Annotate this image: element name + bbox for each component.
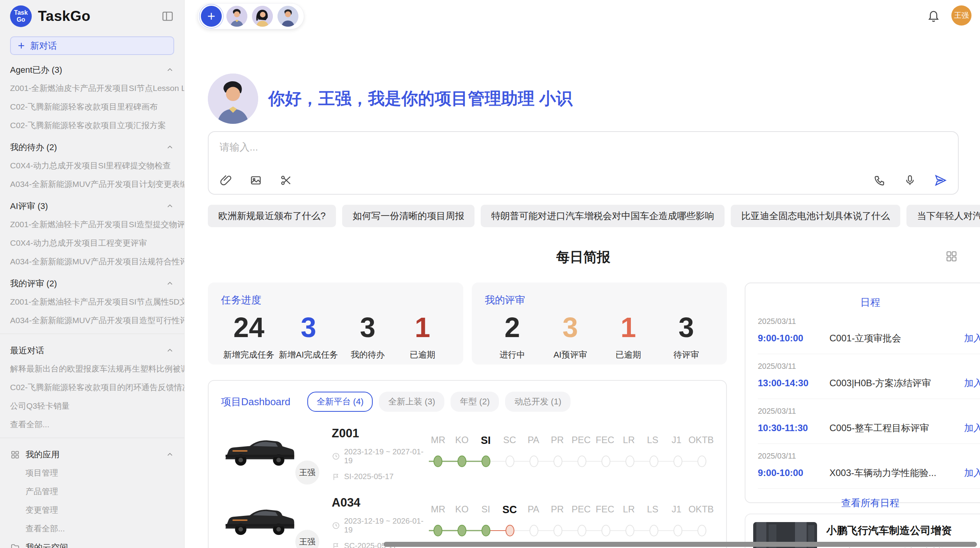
event-date: 2025/03/11 xyxy=(758,452,980,461)
project-row[interactable]: 王强 Z001 2023-12-19 ~ 2027-01-19 xyxy=(221,426,714,481)
join-link[interactable]: 加入 xyxy=(964,332,980,344)
join-link[interactable]: 加入 xyxy=(964,377,980,389)
milestone-node-done xyxy=(433,525,442,536)
section-my-review[interactable]: 我的评审 (2) xyxy=(0,271,184,293)
event-name: C001-立项审批会 xyxy=(829,332,964,344)
view-all-schedule-link[interactable]: 查看所有日程 xyxy=(758,489,980,514)
stat-label: 新增AI完成任务 xyxy=(279,349,338,361)
event-time: 9:00-10:00 xyxy=(758,333,829,344)
join-link[interactable]: 加入 xyxy=(964,467,980,479)
suggestion-chip[interactable]: 比亚迪全固态电池计划具体说了什么 xyxy=(731,205,900,227)
suggestion-chip[interactable]: 如何写一份清晰的项目周报 xyxy=(342,205,475,227)
suggestion-chip[interactable]: 当下年轻人对汽车外观有怎样的喜好趋势 xyxy=(906,205,980,227)
tab-powertrain[interactable]: 动总开发 (1) xyxy=(505,392,571,412)
notification-bell-icon[interactable] xyxy=(927,9,941,22)
sidebar-header: Task Go TaskGo xyxy=(0,5,184,27)
layout-grid-icon[interactable] xyxy=(945,250,958,263)
sidebar-item[interactable]: A034-全新新能源MUV产品开发项目法规符合性评审 xyxy=(0,252,184,271)
stat-new-done: 24 新增完成任务 xyxy=(223,312,274,361)
card-title: 任务进度 xyxy=(221,293,450,307)
suggestion-chip[interactable]: 特朗普可能对进口汽车增税会对中国车企造成哪些影响 xyxy=(481,205,725,227)
tab-new-platform[interactable]: 全新平台 (4) xyxy=(307,392,373,412)
milestone-node xyxy=(553,525,562,536)
sidebar-item[interactable]: A034-全新新能源MUV产品开发项目计划变更表编写 xyxy=(0,175,184,194)
date-range: 2023-12-19 ~ 2026-01-19 xyxy=(344,517,426,534)
phone-icon[interactable] xyxy=(874,174,886,187)
chat-input[interactable] xyxy=(219,140,947,166)
new-chat-button[interactable]: 新对话 xyxy=(10,36,174,55)
avatar[interactable] xyxy=(278,6,298,27)
horizontal-scrollbar[interactable] xyxy=(384,542,977,547)
milestone-label: SI xyxy=(474,504,498,516)
flag-label: SI-2025-05-17 xyxy=(344,472,394,481)
schedule-event: 2025/03/11 13:00-14:30 C003|H0B-方案冻结评审 加… xyxy=(758,354,980,399)
join-link[interactable]: 加入 xyxy=(964,422,980,434)
add-session-button[interactable] xyxy=(201,6,222,27)
user-avatar[interactable]: 王强 xyxy=(951,5,971,26)
milestone-label: LR xyxy=(617,504,641,516)
chevron-up-icon[interactable] xyxy=(166,66,174,74)
view-all-chats-link[interactable]: 查看全部... xyxy=(0,415,184,434)
scissors-icon[interactable] xyxy=(280,174,292,187)
milestone-node-done xyxy=(457,456,466,467)
sidebar-item[interactable]: Z001-全新燃油皮卡产品开发项目SI节点Lesson Learn报告 xyxy=(0,79,184,98)
project-row[interactable]: 王强 A034 2023-12-19 ~ 2026-01-19 xyxy=(221,496,714,548)
clock-icon xyxy=(332,452,340,461)
sidebar-item[interactable]: 解释最新出台的欧盟报废车法规再生塑料比例被调至15%... xyxy=(0,360,184,378)
sidebar-item[interactable]: C02-飞腾新能源轻客改款项目里程碑画布 xyxy=(0,98,184,116)
sidebar-item[interactable]: 公司Q3轻卡销量 xyxy=(0,397,184,415)
avatar[interactable] xyxy=(252,6,273,27)
briefing-left-column: 任务进度 24 新增完成任务 3 新增AI完成任务 xyxy=(208,283,727,548)
project-owner-badge: 王强 xyxy=(294,528,321,548)
sidebar-item[interactable]: C0X4-动力总成开发项目工程变更评审 xyxy=(0,234,184,252)
schedule-event: 2025/03/11 9:00-10:00 X003-车辆动力学性能验... 加… xyxy=(758,444,980,489)
section-ai-review[interactable]: AI评审 (3) xyxy=(0,194,184,215)
microphone-icon[interactable] xyxy=(904,174,916,187)
sidebar-item[interactable]: C02-飞腾新能源轻客改款项目的闭环通告反馈情况 xyxy=(0,378,184,397)
chevron-up-icon[interactable] xyxy=(166,279,174,288)
send-icon[interactable] xyxy=(934,174,947,187)
milestone-label: KO xyxy=(450,435,474,447)
image-icon[interactable] xyxy=(250,174,262,187)
chevron-up-icon[interactable] xyxy=(166,143,174,152)
event-name: C003|H0B-方案冻结评审 xyxy=(829,377,964,389)
sidebar-item[interactable]: Z001-全新燃油轻卡产品开发项目SI造型提交物评审 xyxy=(0,215,184,234)
stat-value: 1 xyxy=(603,312,653,343)
sidebar-item-cloud-space[interactable]: 我的云空间 xyxy=(0,538,184,548)
grid-icon xyxy=(10,450,20,460)
stat-my-todo: 3 我的待办 xyxy=(343,312,393,361)
chevron-up-icon[interactable] xyxy=(166,450,174,459)
app-title: TaskGo xyxy=(38,8,155,24)
section-title: Agent已办 (3) xyxy=(10,64,62,76)
avatar[interactable] xyxy=(226,6,247,27)
project-info: A034 2023-12-19 ~ 2026-01-19 SC-2025-05-… xyxy=(318,496,426,548)
sidebar-item-label: 我的云空间 xyxy=(26,542,68,548)
sidebar-item[interactable]: C02-飞腾新能源轻客改款项目立项汇报方案 xyxy=(0,116,184,135)
section-recent-chats[interactable]: 最近对话 xyxy=(0,338,184,360)
section-my-todo[interactable]: 我的待办 (2) xyxy=(0,135,184,156)
milestone-node xyxy=(673,456,682,467)
sidebar-item-project-mgmt[interactable]: 项目管理 xyxy=(0,464,184,482)
event-date: 2025/03/11 xyxy=(758,317,980,326)
view-all-apps-link[interactable]: 查看全部... xyxy=(0,519,184,538)
suggestion-chip[interactable]: 欧洲新规最近颁布了什么? xyxy=(208,205,336,227)
section-my-apps[interactable]: 我的应用 xyxy=(0,442,184,464)
section-agent-done[interactable]: Agent已办 (3) xyxy=(0,57,184,79)
sidebar-item-change-mgmt[interactable]: 变更管理 xyxy=(0,501,184,519)
attachment-icon[interactable] xyxy=(219,174,232,187)
tab-new-body[interactable]: 全新上装 (3) xyxy=(379,392,444,412)
section-title: 我的评审 (2) xyxy=(10,278,57,289)
milestone-label: PR xyxy=(545,504,569,516)
collapse-sidebar-icon[interactable] xyxy=(161,10,174,23)
new-chat-label: 新对话 xyxy=(30,40,57,52)
sidebar-item[interactable]: A034-全新新能源MUV产品开发项目造型可行性评审 xyxy=(0,311,184,330)
milestone-node xyxy=(601,456,610,467)
sidebar-item-product-mgmt[interactable]: 产品管理 xyxy=(0,482,184,501)
main-content: 你好，王强，我是你的项目管理助理 小识 xyxy=(208,0,959,548)
chevron-up-icon[interactable] xyxy=(166,202,174,211)
tab-model-year[interactable]: 年型 (2) xyxy=(451,392,499,412)
sidebar-item[interactable]: C0X4-动力总成开发项目SI里程碑提交物检查 xyxy=(0,156,184,175)
chevron-up-icon[interactable] xyxy=(166,346,174,355)
sidebar-item[interactable]: Z001-全新燃油轻卡产品开发项目SI节点属性5D文件评审 xyxy=(0,293,184,311)
stat-value: 1 xyxy=(397,312,447,343)
